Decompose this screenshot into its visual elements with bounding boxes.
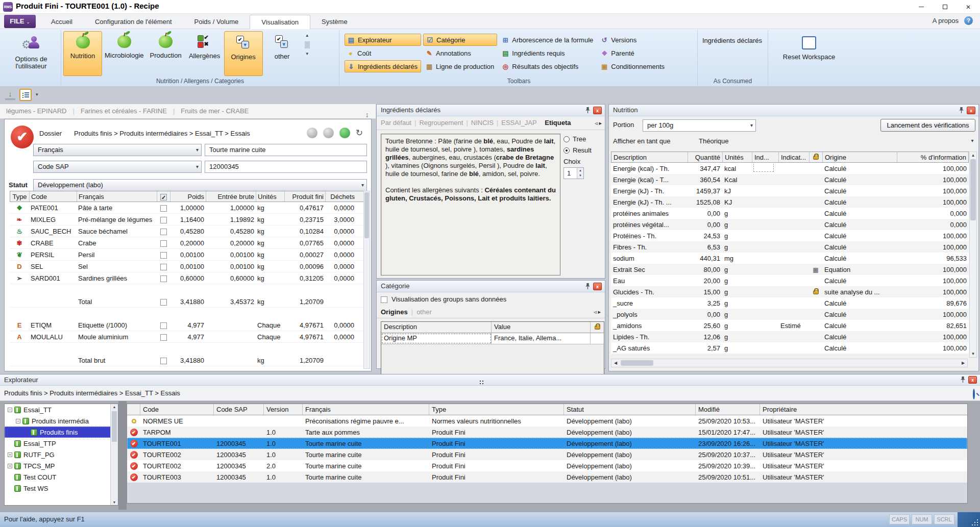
tree-scrollbar[interactable]: ▲ ▼ bbox=[110, 404, 118, 505]
toolbar-toggle-explorateur[interactable]: ▤Explorateur bbox=[345, 34, 421, 46]
header-value[interactable]: Value bbox=[492, 322, 591, 333]
nutrition-vertical-scrollbar[interactable]: ▲ ▼ bbox=[969, 152, 977, 358]
header-type[interactable]: Type bbox=[429, 404, 564, 415]
dossier-breadcrumb[interactable]: Produits finis > Produits intermédiaires… bbox=[74, 130, 250, 137]
close-panel-button[interactable]: x bbox=[968, 376, 977, 384]
collapse-icon[interactable]: − bbox=[8, 408, 12, 412]
ingredient-row[interactable]: ✾CRABECrabe0,200000,20000kg0,077650,0000 bbox=[10, 237, 364, 249]
ingredient-checkbox[interactable] bbox=[157, 356, 170, 364]
nutrition-row[interactable]: Protéines - Th.24,53gCalculé100,000 bbox=[611, 230, 969, 241]
header-entree-brute[interactable]: Entrée brute bbox=[206, 191, 256, 202]
ingredient-checkbox[interactable] bbox=[157, 250, 170, 258]
about-link[interactable]: A propos bbox=[933, 17, 959, 24]
explorer-table-header[interactable]: Code Code SAP Version Français Type Stat… bbox=[127, 404, 967, 415]
header-origine[interactable]: Origine bbox=[823, 152, 897, 162]
checkbox-checked-icon[interactable]: ✓ bbox=[160, 194, 167, 200]
nutrition-row[interactable]: Fibres - Th.6,53gCalculé100,000 bbox=[611, 241, 969, 253]
toolbar-overflow-icon[interactable]: ▾ bbox=[36, 92, 38, 97]
nutrition-row[interactable]: Energie (kcal) - T...360,54KcalCalculé10… bbox=[611, 174, 969, 185]
tab-other[interactable]: other bbox=[416, 308, 432, 316]
ingredient-checkbox[interactable] bbox=[157, 274, 170, 282]
nutrition-row[interactable]: protéines animales0,00gCalculé0,000 bbox=[611, 208, 969, 219]
nutrition-row[interactable]: _polyols0,00gCalculé100,000 bbox=[611, 309, 969, 320]
explorer-row-normes-ue[interactable]: NORMES UEPréconisations régime pauvre e.… bbox=[127, 415, 967, 426]
header-description[interactable]: Description bbox=[381, 322, 492, 333]
ingredient-row[interactable]: ➢SARD001Sardines grillées0,600000,60000k… bbox=[10, 272, 364, 284]
tab-nav-right-icon[interactable]: ▸ bbox=[598, 309, 601, 315]
file-menu-button[interactable]: FILE ⌄ bbox=[4, 15, 36, 28]
tab-essai-jap[interactable]: ESSAI_JAP bbox=[501, 119, 536, 127]
ingredient-row[interactable]: ♨SAUC_BECHSauce béchamel0,452800,45280kg… bbox=[10, 225, 364, 237]
explorer-row-tourte001[interactable]: ✔TOURTE001120003451.0Tourte marine cuite… bbox=[127, 438, 967, 449]
header-poids[interactable]: Poids bbox=[170, 191, 206, 202]
ingredient-checkbox[interactable] bbox=[157, 333, 170, 340]
toolbar-toggle-annotations[interactable]: ✎Annotations bbox=[423, 47, 497, 59]
dock-handle-icon[interactable] bbox=[480, 381, 481, 382]
name-language-dropdown[interactable]: Français bbox=[33, 144, 202, 156]
tree-item-produits-finis[interactable]: Produits finis bbox=[5, 426, 118, 438]
toolbar-toggle-conditionnements[interactable]: ▣Conditionnements bbox=[598, 60, 668, 72]
header-code[interactable]: Code bbox=[140, 404, 214, 415]
header-code-sap[interactable]: Code SAP bbox=[214, 404, 264, 415]
ingredient-row[interactable]: DSELSel0,001000,00100kg0,000960,0000 bbox=[10, 261, 364, 272]
scroll-left-icon[interactable]: ◀ bbox=[611, 361, 620, 365]
explorer-row-tourte002[interactable]: ✔TOURTE002120003451.0Tourte marine cuite… bbox=[127, 449, 967, 460]
menu-tab-poids-volume[interactable]: Poids / Volume bbox=[183, 15, 250, 29]
groups-without-data-checkbox[interactable]: Visualisation des groups sans données bbox=[381, 295, 506, 303]
recipe-vertical-scrollbar[interactable] bbox=[363, 191, 370, 369]
header-lock-icon[interactable] bbox=[810, 152, 823, 162]
explorer-breadcrumb[interactable]: Produits finis > Produits intermédiaires… bbox=[0, 386, 980, 401]
scrollbar-thumb[interactable] bbox=[112, 411, 117, 442]
menu-tab-accueil[interactable]: Accueil bbox=[40, 15, 84, 29]
tree-radio[interactable]: Tree bbox=[564, 135, 604, 143]
nutrition-row[interactable]: _AG saturés2,57gCalculé100,000 bbox=[611, 342, 969, 354]
menu-tab-visualisation[interactable]: Visualisation bbox=[250, 15, 310, 29]
allergenes-toggle-button[interactable]: ✔ ✖ Allergènes bbox=[185, 31, 224, 76]
ingredients-table-header[interactable]: Type Code Français ✓ Poids Entrée brute … bbox=[10, 191, 364, 202]
toolbar-toggle-arborescence[interactable]: ⊞Arborescence de la formule bbox=[499, 34, 596, 46]
close-panel-button[interactable]: x bbox=[593, 107, 602, 114]
nutrition-row[interactable]: protéines végétal...0,00gCalculé0,000 bbox=[611, 219, 969, 230]
tree-item-essai-tt[interactable]: −Essai_TT bbox=[5, 404, 118, 415]
tab-nav-left-icon[interactable]: ◃ bbox=[594, 309, 597, 315]
menu-tab-configuration[interactable]: Configuration de l'élément bbox=[84, 15, 183, 29]
declared-ingredients-text[interactable]: Tourte Bretonne : Pâte (farine de blé, e… bbox=[381, 134, 560, 275]
launch-verifications-button[interactable]: Lancement des vérifications bbox=[880, 119, 975, 132]
close-panel-button[interactable]: x bbox=[593, 283, 602, 290]
ingredient-checkbox[interactable] bbox=[157, 239, 170, 246]
result-radio[interactable]: Result bbox=[564, 146, 604, 154]
nutrition-table-header[interactable]: Description Quantité Unités Ind... Indic… bbox=[611, 152, 969, 163]
scroll-down-icon[interactable]: ▼ bbox=[111, 500, 118, 504]
nutrition-row[interactable]: Glucides - Th.15,00gsuite analyse du ...… bbox=[611, 286, 969, 297]
scroll-up-icon[interactable]: ▲ bbox=[970, 153, 976, 158]
toolbar-toggle-categorie[interactable]: ☑Catégorie bbox=[423, 34, 497, 46]
tree-item-essai-ttp[interactable]: Essai_TTP bbox=[5, 438, 118, 449]
tab-nincis[interactable]: NINCIS bbox=[471, 119, 494, 127]
ribbon-scroll-strip[interactable]: ▲ ▼ bbox=[305, 31, 310, 57]
tree-item-test-ws[interactable]: Test WS bbox=[5, 483, 118, 494]
nutrition-row[interactable]: Energie (kJ) - Th.1459,37kJCalculé100,00… bbox=[611, 185, 969, 196]
nutrition-row[interactable]: Energie (kJ) - Th. ...1525,08KJCalculé10… bbox=[611, 196, 969, 208]
header-pct-information[interactable]: % d'information bbox=[897, 152, 968, 162]
nutrition-row[interactable]: Extrait Sec80,00g▦Equation100,000 bbox=[611, 264, 969, 275]
header-indicat[interactable]: Indicat... bbox=[779, 152, 810, 162]
scroll-up-icon[interactable]: ▲ bbox=[111, 405, 118, 409]
as-consumed-ingredients-declares[interactable]: Ingrédients déclarés bbox=[701, 34, 766, 46]
header-code[interactable]: Code bbox=[30, 191, 77, 202]
toolbar-toggle-cout[interactable]: ●Coût bbox=[345, 47, 421, 59]
ingredient-checkbox[interactable] bbox=[157, 321, 170, 329]
production-toggle-button[interactable]: Production bbox=[146, 31, 185, 76]
display-as-value[interactable]: Théorique bbox=[699, 137, 729, 145]
origine-mp-value[interactable]: France, Italie, Allema... bbox=[492, 333, 591, 344]
code-value-field[interactable]: 12000345 bbox=[205, 161, 367, 173]
tab-origines[interactable]: Origines bbox=[381, 308, 408, 316]
ingredient-checkbox[interactable] bbox=[157, 227, 170, 235]
ingredient-row[interactable]: AMOULALUMoule aluminium4,977Chaque4,9767… bbox=[10, 331, 364, 343]
ingredient-row[interactable]: ❖PATE001Pâte à tarte1,000001,00000kg0,47… bbox=[10, 202, 364, 214]
menu-tab-systeme[interactable]: Système bbox=[310, 15, 359, 29]
maximize-button[interactable] bbox=[933, 0, 957, 14]
scrollbar-thumb[interactable] bbox=[364, 192, 369, 238]
tree-item-test-cout[interactable]: Test COUT bbox=[5, 471, 118, 483]
help-icon[interactable]: ? bbox=[964, 16, 973, 25]
categorie-table-header[interactable]: Description Value bbox=[381, 322, 604, 333]
